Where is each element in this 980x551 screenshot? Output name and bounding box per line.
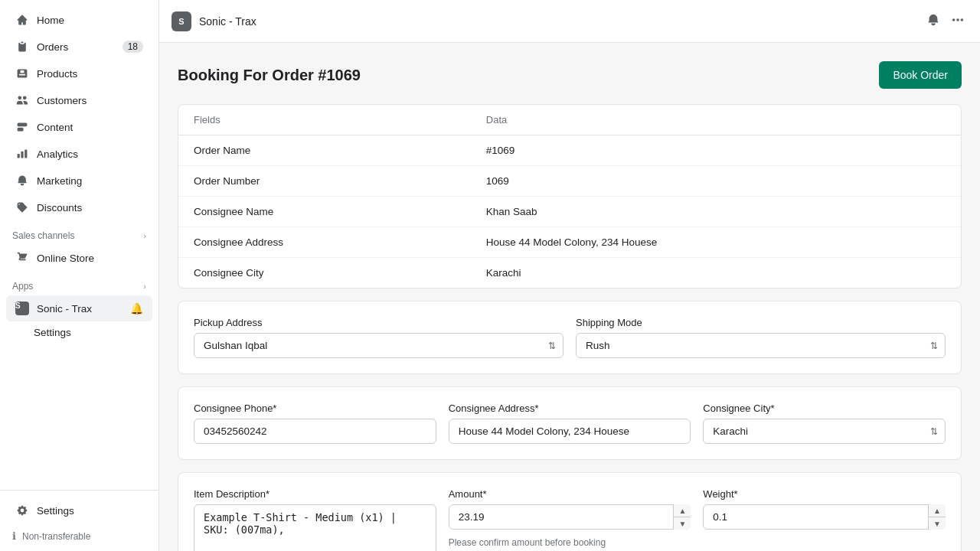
table-cell-data: Karachi <box>471 258 961 289</box>
pickup-address-select-wrapper: Gulshan Iqbal Other ⇅ <box>194 333 564 358</box>
apps-chevron[interactable]: › <box>143 282 146 291</box>
pickup-address-group: Pickup Address Gulshan Iqbal Other ⇅ <box>194 317 564 358</box>
orders-icon <box>15 40 29 54</box>
more-topbar-icon[interactable] <box>948 10 968 33</box>
apps-section: Apps › <box>0 272 158 295</box>
sidebar-item-content-label: Content <box>37 122 73 133</box>
sidebar-item-marketing[interactable]: Marketing <box>6 168 152 194</box>
sidebar-item-orders[interactable]: Orders 18 <box>6 34 152 60</box>
sidebar-item-online-store[interactable]: Online Store <box>6 245 152 271</box>
sales-channels-section: Sales channels › <box>0 221 158 244</box>
amount-spinner-btns: ▲ ▼ <box>673 504 691 530</box>
amount-label: Amount* <box>449 488 691 500</box>
customers-icon <box>15 93 29 107</box>
table-row: Order Name #1069 <box>178 135 961 166</box>
table-cell-data: 1069 <box>471 166 961 197</box>
sidebar-item-marketing-label: Marketing <box>37 175 82 187</box>
bell-topbar-icon[interactable] <box>923 10 943 33</box>
table-row: Consignee Address House 44 Model Colony,… <box>178 227 961 258</box>
products-icon <box>15 67 29 80</box>
table-cell-data: House 44 Model Colony, 234 Houese <box>471 227 961 258</box>
book-order-button[interactable]: Book Order <box>879 61 962 89</box>
sales-channels-chevron[interactable]: › <box>143 231 146 240</box>
pickup-address-select[interactable]: Gulshan Iqbal Other <box>194 333 564 358</box>
pickup-address-label: Pickup Address <box>194 317 564 328</box>
sidebar-item-analytics[interactable]: Analytics <box>6 141 152 167</box>
col-fields: Fields <box>178 105 471 135</box>
consignee-city-select-wrapper: Karachi Lahore Islamabad ⇅ <box>703 419 946 444</box>
amount-down-button[interactable]: ▼ <box>674 517 691 530</box>
sidebar-item-products-label: Products <box>37 68 77 80</box>
amount-spinner-wrapper: ▲ ▼ <box>449 504 691 530</box>
sidebar-item-discounts-label: Discounts <box>37 202 82 214</box>
main: S Sonic - Trax Booking For Order #1069 B… <box>159 0 980 551</box>
sonic-icon: S <box>15 302 29 315</box>
table-cell-field: Consignee City <box>178 258 471 289</box>
main-content: Booking For Order #1069 Book Order Field… <box>159 43 980 551</box>
sidebar-item-sonic-trax[interactable]: S Sonic - Trax 🔔 <box>6 295 152 321</box>
table-row: Consignee Name Khan Saab <box>178 197 961 227</box>
shipping-mode-select-wrapper: Rush Standard Express ⇅ <box>576 333 946 358</box>
analytics-icon <box>15 147 29 161</box>
page-header: Booking For Order #1069 Book Order <box>178 61 962 89</box>
sidebar-item-customers-label: Customers <box>37 95 87 106</box>
sidebar-settings-label: Settings <box>37 505 74 517</box>
consignee-address-input[interactable] <box>449 419 691 444</box>
sidebar-item-content[interactable]: Content <box>6 114 152 140</box>
amount-input[interactable] <box>449 504 691 530</box>
sidebar-bottom: Settings ℹ Non-transferable <box>0 490 158 551</box>
discounts-icon <box>15 201 29 214</box>
sidebar-item-discounts[interactable]: Discounts <box>6 194 152 220</box>
topbar-actions <box>923 10 968 33</box>
consignee-details-card: Consignee Phone* Consignee Address* Cons… <box>178 386 962 460</box>
item-description-input[interactable]: Example T-Shirt - Medium (x1) | SKU: (00… <box>194 504 436 551</box>
weight-up-button[interactable]: ▲ <box>929 504 946 517</box>
content-icon <box>15 120 29 134</box>
consignee-city-group: Consignee City* Karachi Lahore Islamabad… <box>703 403 946 444</box>
amount-up-button[interactable]: ▲ <box>674 504 691 517</box>
table-row: Order Number 1069 <box>178 166 961 197</box>
item-description-group: Item Description* Example T-Shirt - Medi… <box>194 488 436 551</box>
sidebar-item-sonic-trax-label: Sonic - Trax <box>37 303 92 315</box>
consignee-city-select[interactable]: Karachi Lahore Islamabad <box>703 419 946 444</box>
sidebar-sub-item-settings[interactable]: Settings <box>6 322 152 343</box>
table-cell-field: Order Name <box>178 135 471 166</box>
sidebar-item-customers[interactable]: Customers <box>6 87 152 113</box>
weight-input[interactable] <box>703 504 946 530</box>
sidebar: Home Orders 18 Products Customers <box>0 0 159 551</box>
store-icon <box>15 251 29 265</box>
order-info-table: Fields Data Order Name #1069 Order Numbe… <box>178 105 961 288</box>
weight-down-button[interactable]: ▼ <box>929 517 946 530</box>
sidebar-item-settings-main[interactable]: Settings <box>6 497 152 523</box>
topbar: S Sonic - Trax <box>159 0 980 43</box>
table-cell-field: Order Number <box>178 166 471 197</box>
shipping-mode-select[interactable]: Rush Standard Express <box>576 333 946 358</box>
sidebar-sub-settings-label: Settings <box>34 327 71 338</box>
pickup-card: Pickup Address Gulshan Iqbal Other ⇅ Shi… <box>178 301 962 374</box>
apps-label: Apps <box>12 281 33 292</box>
bell-icon: 🔔 <box>130 302 143 315</box>
consignee-address-group: Consignee Address* <box>449 403 691 444</box>
settings-icon <box>15 504 29 517</box>
table-row: Consignee City Karachi <box>178 258 961 289</box>
page-title: Booking For Order #1069 <box>178 67 361 84</box>
sidebar-item-products[interactable]: Products <box>6 60 152 86</box>
shipping-mode-group: Shipping Mode Rush Standard Express ⇅ <box>576 317 946 358</box>
amount-hint: Please confirm amount before booking <box>449 537 691 548</box>
table-cell-field: Consignee Address <box>178 227 471 258</box>
sidebar-item-analytics-label: Analytics <box>37 148 78 160</box>
consignee-phone-input[interactable] <box>194 419 436 444</box>
item-description-card: Item Description* Example T-Shirt - Medi… <box>178 472 962 551</box>
weight-spinner-btns: ▲ ▼ <box>928 504 946 530</box>
weight-label: Weight* <box>703 488 946 500</box>
table-cell-data: #1069 <box>471 135 961 166</box>
consignee-address-label: Consignee Address* <box>449 403 691 414</box>
col-data: Data <box>471 105 961 135</box>
table-cell-field: Consignee Name <box>178 197 471 227</box>
sidebar-item-orders-label: Orders <box>37 41 68 53</box>
sidebar-item-home[interactable]: Home <box>6 7 152 33</box>
consignee-phone-label: Consignee Phone* <box>194 403 436 414</box>
marketing-icon <box>15 174 29 187</box>
consignee-phone-group: Consignee Phone* <box>194 403 436 444</box>
sales-channels-label: Sales channels <box>12 230 74 241</box>
